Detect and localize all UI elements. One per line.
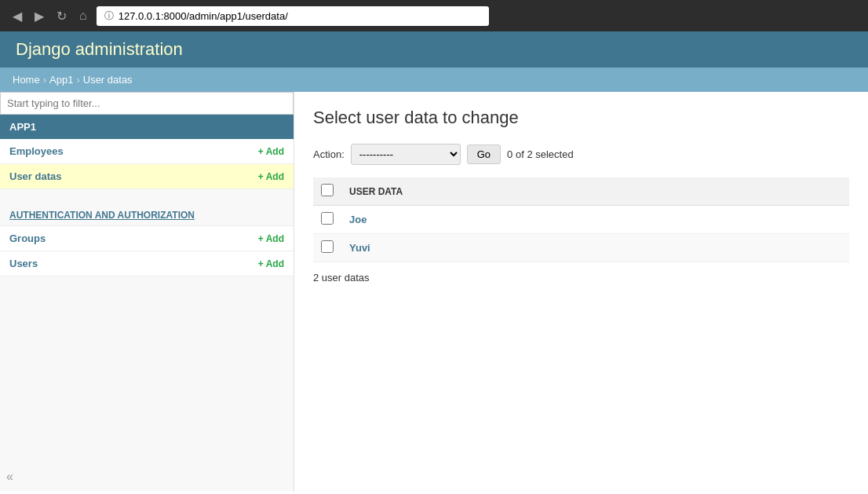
result-count: 2 user datas [313,272,849,284]
address-text: 127.0.0.1:8000/admin/app1/userdata/ [119,10,288,22]
reload-button[interactable]: ↻ [53,5,70,27]
row-checkbox-cell [313,234,341,262]
content-area: Select user data to change Action: -----… [294,92,868,492]
breadcrumb-app[interactable]: App1 [49,74,73,86]
sidebar: APP1 Employees + Add User datas + Add AU… [0,92,294,492]
row-checkbox[interactable] [321,240,334,253]
breadcrumb-current: User datas [83,74,133,86]
django-header: Django administration [0,31,868,68]
row-checkbox[interactable] [321,212,334,225]
browser-chrome: ◀ ▶ ↻ ⌂ ⓘ 127.0.0.1:8000/admin/app1/user… [0,0,868,31]
sidebar-groups-add[interactable]: + Add [258,233,284,244]
sidebar-users-link[interactable]: Users [9,258,38,269]
go-button[interactable]: Go [467,145,501,164]
select-all-checkbox[interactable] [321,184,334,196]
breadcrumb: Home › App1 › User datas [0,68,868,92]
page-title: Select user data to change [313,108,849,128]
action-select[interactable]: ---------- [351,144,461,165]
sidebar-spacer [0,189,294,202]
sidebar-item-employees: Employees + Add [0,139,294,164]
sidebar-groups-link[interactable]: Groups [9,232,46,244]
address-icon: ⓘ [104,9,114,23]
breadcrumb-sep2: › [76,74,79,86]
action-bar: Action: ---------- Go 0 of 2 selected [313,144,849,165]
back-button[interactable]: ◀ [9,5,25,27]
sidebar-item-users: Users + Add [0,251,294,276]
row-name-link[interactable]: Joe [349,214,367,225]
table-row: Joe [313,206,849,234]
row-name-link[interactable]: Yuvi [349,242,370,254]
userdata-table: USER DATA Joe Yuvi [313,177,849,262]
sidebar-userdatas-link[interactable]: User datas [9,170,61,182]
collapse-sidebar-button[interactable]: « [6,470,13,484]
site-title: Django administration [16,39,852,60]
th-userdata: USER DATA [341,177,849,206]
sidebar-app1-header: APP1 [0,115,294,139]
address-bar[interactable]: ⓘ 127.0.0.1:8000/admin/app1/userdata/ [97,6,489,26]
breadcrumb-sep1: › [43,74,46,86]
sidebar-item-userdatas: User datas + Add [0,164,294,189]
sidebar-employees-add[interactable]: + Add [258,146,284,157]
sidebar-users-add[interactable]: + Add [258,258,284,269]
action-label: Action: [313,148,345,160]
forward-button[interactable]: ▶ [31,5,47,27]
th-checkbox [313,177,341,206]
row-checkbox-cell [313,206,341,234]
sidebar-auth-header[interactable]: AUTHENTICATION AND AUTHORIZATION [0,202,294,226]
home-button[interactable]: ⌂ [76,5,90,26]
sidebar-filter-input[interactable] [0,92,294,115]
table-row: Yuvi [313,234,849,262]
selected-count: 0 of 2 selected [507,148,574,160]
main-layout: APP1 Employees + Add User datas + Add AU… [0,92,868,492]
row-name-cell: Joe [341,206,849,234]
table-header-row: USER DATA [313,177,849,206]
sidebar-filter[interactable] [0,92,294,115]
sidebar-userdatas-add[interactable]: + Add [258,171,284,182]
sidebar-item-groups: Groups + Add [0,226,294,251]
breadcrumb-home[interactable]: Home [13,74,40,86]
sidebar-employees-link[interactable]: Employees [9,145,64,157]
row-name-cell: Yuvi [341,234,849,262]
